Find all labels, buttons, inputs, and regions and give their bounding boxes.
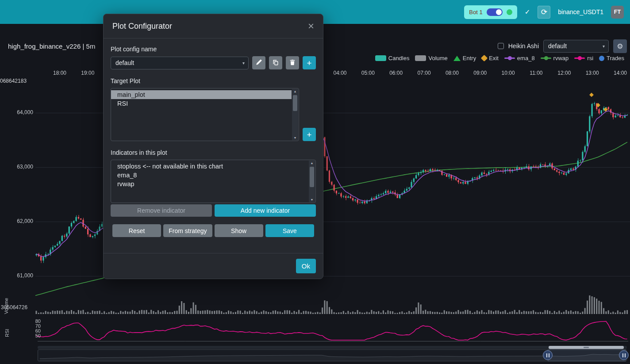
show-button[interactable]: Show	[215, 224, 263, 237]
chart-title: high_frog_binance_v226 | 5m	[8, 42, 95, 50]
triangle-legend-icon	[453, 56, 461, 61]
plot-config-select-value: default	[548, 42, 567, 50]
pair-label: binance_USDT1	[558, 8, 603, 15]
legend-item-volume[interactable]: Volume	[415, 55, 447, 61]
scroll-thumb[interactable]	[310, 167, 314, 187]
target-plot-scrollbar[interactable]: ▲ ▼	[292, 89, 298, 140]
add-config-button[interactable]: +	[303, 56, 316, 69]
time-axis-label: 19:00	[81, 70, 94, 76]
plot-config-select[interactable]: default ▾	[543, 40, 609, 53]
legend-item-trades[interactable]: Trades	[599, 55, 624, 61]
price-axis-label: 61,000	[0, 272, 33, 279]
bot-name-label: Bot 1	[469, 9, 482, 15]
add-new-indicator-button[interactable]: Add new indicator	[215, 204, 316, 217]
indicator-scrollbar[interactable]: ▲ ▼	[309, 161, 315, 202]
datazoom-scroll-thumb[interactable]	[549, 346, 624, 349]
indicator-option[interactable]: stoploss <-- not available in this chart	[111, 162, 308, 171]
scroll-up-icon[interactable]: ▲	[309, 161, 315, 165]
copy-icon	[273, 59, 279, 67]
scroll-down-icon[interactable]: ▼	[292, 136, 298, 139]
config-name-row: default ▾ +	[111, 56, 316, 69]
rsi-axis-label: 50	[27, 333, 41, 338]
target-plot-label: Target Plot	[111, 77, 316, 84]
scroll-up-icon[interactable]: ▲	[292, 90, 298, 93]
legend-label: Exit	[489, 55, 499, 61]
legend-item-ema-8[interactable]: ema_8	[504, 55, 535, 61]
time-axis-label: 04:00	[333, 70, 346, 76]
legend-label: rsi	[587, 55, 593, 61]
time-axis-label: 13:00	[586, 70, 599, 76]
indicators-label: Indicators in this plot	[111, 149, 316, 156]
from-strategy-button[interactable]: From strategy	[163, 224, 212, 237]
price-axis-label: 62,000	[0, 218, 33, 224]
bot-toggle[interactable]	[487, 8, 503, 16]
gear-icon: ⚙	[617, 42, 623, 50]
line-legend-icon	[541, 57, 551, 59]
indicator-option[interactable]: rvwap	[111, 180, 308, 188]
duplicate-config-button[interactable]	[269, 56, 282, 69]
legend-item-entry[interactable]: Entry	[453, 55, 476, 61]
delete-config-button[interactable]	[286, 56, 299, 69]
target-plot-list[interactable]: main_plotRSI ▲ ▼	[111, 88, 299, 141]
modal-title: Plot Configurator	[112, 22, 172, 31]
legend-item-rvwap[interactable]: rvwap	[541, 55, 569, 61]
config-name-select[interactable]: default ▾	[111, 57, 249, 69]
scroll-down-icon[interactable]: ▼	[309, 198, 315, 201]
refresh-button[interactable]: ⟳	[538, 6, 550, 19]
target-plot-row: main_plotRSI ▲ ▼ +	[111, 88, 316, 141]
indicator-option[interactable]: ema_8	[111, 171, 308, 180]
reset-button[interactable]: Reset	[112, 224, 161, 237]
rect-legend-icon	[415, 55, 426, 61]
datazoom-right-handle[interactable]	[619, 350, 629, 360]
legend-item-rsi[interactable]: rsi	[574, 55, 593, 61]
indicator-list[interactable]: stoploss <-- not available in this chart…	[111, 160, 316, 203]
freqtrade-logo[interactable]: FT	[611, 6, 624, 19]
time-axis-label: 05:00	[361, 70, 375, 76]
time-axis-label: 08:00	[446, 70, 459, 76]
scroll-thumb[interactable]	[293, 95, 297, 111]
target-plot-option[interactable]: RSI	[111, 99, 292, 108]
chart-header-controls: Heikin Ashi default ▾ ⚙	[498, 39, 627, 53]
datazoom-slider[interactable]	[38, 349, 627, 361]
time-axis-label: 18:00	[53, 70, 66, 76]
time-axis-label: 14:00	[614, 70, 627, 76]
plus-icon: +	[307, 130, 311, 139]
time-axis-label: 12:00	[557, 70, 571, 76]
config-name-label: Plot config name	[111, 46, 316, 53]
status-check-icon: ✓	[525, 8, 530, 16]
modal-footer: Ok	[104, 253, 323, 279]
close-icon[interactable]: ×	[308, 21, 314, 31]
add-target-plot-button[interactable]: +	[303, 128, 316, 141]
time-axis-label: 10:00	[502, 70, 515, 76]
chart-legend: CandlesVolumeEntryExitema_8rvwaprsiTrade…	[375, 55, 624, 61]
datazoom-scroll-track[interactable]	[38, 346, 627, 349]
datazoom-selected-window[interactable]	[548, 349, 626, 361]
bot-selector[interactable]: Bot 1	[464, 5, 517, 19]
refresh-icon: ⟳	[541, 8, 547, 17]
legend-item-candles[interactable]: Candles	[375, 55, 410, 61]
rsi-pane-label: RSI	[4, 323, 10, 337]
indicator-actions-row: Remove indicator Add new indicator	[111, 204, 316, 217]
save-button[interactable]: Save	[265, 224, 314, 237]
bot-toggle-knob	[496, 9, 502, 15]
chevron-down-icon: ▾	[603, 44, 605, 49]
plot-settings-button[interactable]: ⚙	[613, 39, 627, 53]
heikin-ashi-checkbox[interactable]	[498, 43, 504, 49]
app-root: Bot 1 ✓ ⟳ binance_USDT1 FT high_frog_bin…	[0, 0, 630, 364]
datazoom-left-handle[interactable]	[543, 350, 553, 360]
line-legend-icon	[574, 57, 585, 59]
target-plot-option[interactable]: main_plot	[111, 90, 292, 99]
ok-button[interactable]: Ok	[296, 259, 316, 273]
rect-legend-icon	[375, 55, 386, 61]
trash-icon	[289, 59, 296, 67]
remove-indicator-button[interactable]: Remove indicator	[111, 204, 212, 217]
chevron-down-icon: ▾	[242, 61, 245, 65]
legend-item-exit[interactable]: Exit	[482, 55, 499, 61]
diamond-legend-icon	[481, 55, 488, 62]
bot-online-indicator	[507, 9, 512, 15]
modal-header: Plot Configurator ×	[104, 14, 323, 38]
plot-configurator-modal: Plot Configurator × Plot config name def…	[103, 14, 323, 279]
time-axis-label: 09:00	[473, 70, 487, 76]
volume-pane-label: Volume	[4, 288, 9, 314]
rename-config-button[interactable]	[252, 56, 265, 69]
